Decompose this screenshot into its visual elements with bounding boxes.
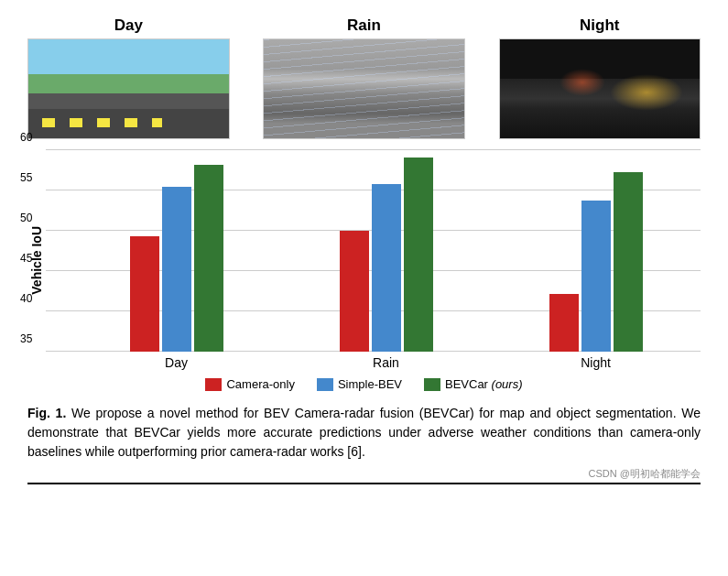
bar-camera_only: [130, 236, 159, 352]
x-axis-label: Day: [131, 355, 223, 370]
legend-swatch-bevcar: [424, 378, 440, 391]
legend-item-simple_bev: Simple-BEV: [317, 377, 402, 391]
day-label: Day: [114, 16, 143, 35]
bar-bevcar: [614, 172, 643, 352]
legend-swatch-simple_bev: [317, 378, 333, 391]
legend-row: Camera-onlySimple-BEVBEVCar (ours): [205, 377, 522, 391]
night-label: Night: [580, 16, 619, 35]
x-axis-label: Night: [550, 355, 642, 370]
bar-simple_bev: [581, 201, 611, 352]
bar-simple_bev: [372, 184, 401, 352]
y-tick-label: 50: [20, 212, 32, 224]
bar-group: [340, 158, 433, 352]
x-axis-label: Rain: [341, 355, 432, 370]
chart-plot: 354045505560: [46, 150, 701, 352]
y-tick-label: 35: [20, 332, 32, 345]
image-col-night: Night: [499, 16, 701, 139]
bar-camera_only: [549, 294, 579, 352]
chart-inner: 354045505560 DayRainNight: [46, 150, 701, 370]
bar-camera_only: [340, 231, 369, 352]
rain-label: Rain: [347, 16, 381, 35]
figure-caption: Fig. 1. We propose a novel method for BE…: [27, 404, 701, 462]
legend-label-camera_only: Camera-only: [226, 377, 294, 391]
y-tick-label: 40: [20, 292, 32, 305]
y-tick-label: 55: [20, 171, 32, 184]
figure-container: Day Rain Night Vehicle IoU 354045505560 …: [27, 16, 701, 484]
chart-area: Vehicle IoU 354045505560 DayRainNight: [27, 150, 701, 370]
image-col-day: Day: [27, 16, 230, 139]
caption-label: Fig. 1.: [27, 406, 66, 420]
images-row: Day Rain Night: [27, 16, 701, 139]
night-image: [499, 38, 701, 139]
bar-bevcar: [404, 158, 433, 352]
bottom-border: [27, 483, 701, 484]
x-axis-row: DayRainNight: [46, 355, 701, 370]
rain-image: [263, 38, 465, 139]
bar-group: [130, 165, 223, 352]
bar-group: [549, 172, 643, 352]
y-tick-label: 45: [20, 252, 32, 265]
image-col-rain: Rain: [263, 16, 465, 139]
legend-item-camera_only: Camera-only: [205, 377, 294, 391]
bar-groups: [71, 150, 701, 352]
bar-bevcar: [194, 165, 223, 352]
caption-text: We propose a novel method for BEV Camera…: [27, 406, 701, 459]
legend-label-bevcar: BEVCar (ours): [445, 377, 523, 391]
day-image: [27, 38, 230, 139]
y-tick-label: 60: [20, 131, 32, 144]
watermark: CSDN @明初哈都能学会: [27, 467, 701, 481]
legend-item-bevcar: BEVCar (ours): [424, 377, 523, 391]
bar-simple_bev: [162, 187, 191, 352]
legend-label-simple_bev: Simple-BEV: [338, 377, 402, 391]
legend-swatch-camera_only: [205, 378, 222, 391]
